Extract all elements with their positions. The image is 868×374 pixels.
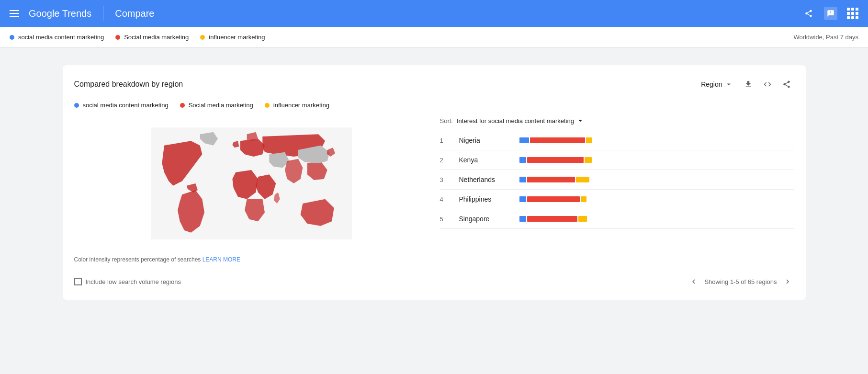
main-content: Compared breakdown by region Region — [51, 48, 817, 307]
rank-5: 5 — [440, 215, 451, 223]
region-select[interactable]: Region — [697, 78, 736, 91]
card-legend-dot-3 — [265, 103, 270, 108]
low-volume-checkbox[interactable] — [74, 278, 82, 285]
region-table: 1Nigeria2Kenya3Netherlands4Philippines5S… — [440, 131, 794, 229]
bar-container-kenya — [519, 157, 794, 163]
yellow-bar — [578, 216, 587, 222]
download-icon[interactable] — [741, 77, 756, 92]
card-legend-label-3: influencer marketing — [273, 102, 329, 109]
rank-1: 1 — [440, 137, 451, 144]
sort-label: Sort: — [440, 117, 453, 125]
sort-select[interactable]: Interest for social media content market… — [457, 116, 585, 125]
region-row-2: 2Kenya — [440, 150, 794, 170]
card-header: Compared breakdown by region Region — [74, 77, 794, 92]
card-legend-item-1: social media content marketing — [74, 102, 169, 109]
next-page-button[interactable] — [781, 275, 794, 288]
sort-row: Sort: Interest for social media content … — [440, 116, 794, 125]
blue-bar — [519, 196, 526, 202]
card-legend-item-2: Social media marketing — [180, 102, 253, 109]
blue-bar — [519, 137, 529, 143]
blue-bar — [519, 157, 526, 163]
sort-chevron-icon — [576, 116, 585, 125]
red-bar — [527, 157, 584, 163]
header: Google Trends Compare — [0, 0, 868, 27]
checkbox-label: Include low search volume regions — [86, 278, 181, 285]
red-bar — [527, 216, 577, 222]
checkbox-area: Include low search volume regions — [74, 278, 181, 285]
rank-3: 3 — [440, 176, 451, 183]
bar-container-philippines — [519, 196, 794, 202]
card-actions: Region — [697, 77, 794, 92]
logo: Google Trends — [29, 8, 91, 19]
yellow-bar — [586, 137, 592, 143]
rank-4: 4 — [440, 196, 451, 203]
legend-label-2: Social media marketing — [124, 34, 189, 41]
bar-container-singapore — [519, 216, 794, 222]
share-icon[interactable] — [801, 6, 816, 21]
card-legend-label-2: Social media marketing — [189, 102, 253, 109]
blue-bar — [519, 177, 526, 182]
map-container — [74, 116, 428, 250]
country-singapore: Singapore — [459, 215, 512, 223]
card-legend: social media content marketing Social me… — [74, 102, 794, 109]
map-note-text: Color intensity represents percentage of… — [74, 256, 201, 263]
region-label: Region — [701, 80, 722, 88]
yellow-bar — [585, 157, 592, 163]
share-card-icon[interactable] — [779, 77, 794, 92]
yellow-bar — [581, 196, 586, 202]
header-actions — [801, 6, 860, 21]
legend-label-1: social media content marketing — [18, 34, 104, 41]
blue-bar — [519, 216, 526, 222]
country-kenya: Kenya — [459, 156, 512, 164]
card-legend-label-1: social media content marketing — [83, 102, 169, 109]
red-bar — [527, 196, 580, 202]
world-map — [151, 121, 352, 246]
red-bar — [527, 177, 575, 182]
country-nigeria: Nigeria — [459, 136, 512, 144]
compare-title: Compare — [115, 8, 154, 19]
card-footer: Include low search volume regions Showin… — [74, 267, 794, 288]
region-row-4: 4Philippines — [440, 190, 794, 209]
filter-label: Worldwide, Past 7 days — [793, 34, 858, 41]
legend-item-2: Social media marketing — [115, 34, 189, 41]
embed-icon[interactable] — [760, 77, 775, 92]
pagination: Showing 1-5 of 65 regions — [687, 275, 794, 288]
legend-dot-2 — [115, 35, 120, 40]
bar-container-netherlands — [519, 177, 794, 182]
card-legend-dot-1 — [74, 103, 79, 108]
map-area: Color intensity represents percentage of… — [74, 116, 428, 263]
legend-label-3: influencer marketing — [209, 34, 265, 41]
yellow-bar — [576, 177, 589, 182]
country-netherlands: Netherlands — [459, 176, 512, 183]
rank-2: 2 — [440, 157, 451, 164]
legend-dot-1 — [10, 35, 14, 40]
country-philippines: Philippines — [459, 195, 512, 203]
apps-icon[interactable] — [845, 6, 860, 21]
card-title: Compared breakdown by region — [74, 80, 183, 89]
table-area: Sort: Interest for social media content … — [440, 116, 794, 263]
card-legend-item-3: influencer marketing — [265, 102, 329, 109]
region-row-5: 5Singapore — [440, 209, 794, 229]
legend-bar: social media content marketing Social me… — [0, 27, 868, 48]
bar-container-nigeria — [519, 137, 794, 143]
map-note: Color intensity represents percentage of… — [74, 256, 428, 263]
legend-item-1: social media content marketing — [10, 34, 104, 41]
red-bar — [530, 137, 585, 143]
logo-text: Google Trends — [29, 8, 91, 19]
header-divider — [103, 6, 103, 21]
chevron-down-icon — [724, 80, 733, 89]
content-area: Color intensity represents percentage of… — [74, 116, 794, 263]
legend-dot-3 — [200, 35, 205, 40]
legend-item-3: influencer marketing — [200, 34, 265, 41]
region-row-3: 3Netherlands — [440, 170, 794, 190]
learn-more-link[interactable]: LEARN MORE — [203, 256, 240, 263]
breakdown-card: Compared breakdown by region Region — [63, 65, 806, 300]
menu-icon[interactable] — [8, 8, 21, 19]
prev-page-button[interactable] — [687, 275, 700, 288]
sort-value: Interest for social media content market… — [457, 117, 574, 125]
pagination-text: Showing 1-5 of 65 regions — [704, 278, 777, 285]
card-legend-dot-2 — [180, 103, 185, 108]
feedback-icon[interactable] — [824, 7, 837, 20]
region-row-1: 1Nigeria — [440, 131, 794, 150]
